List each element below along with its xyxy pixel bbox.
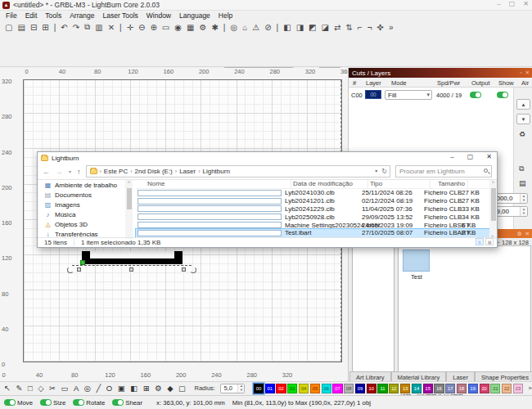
- explorer-close-button[interactable]: ✕: [486, 153, 492, 160]
- selection-handle[interactable]: [77, 267, 81, 272]
- explorer-minimize-button[interactable]: –: [450, 153, 453, 160]
- layer-mode-combo[interactable]: Fill: [385, 90, 432, 100]
- 18[interactable]: 18: [457, 384, 467, 393]
- grid-array-icon[interactable]: ⊞: [143, 384, 150, 393]
- paste-icon[interactable]: ▥: [95, 23, 102, 32]
- align-bottom-icon[interactable]: ◪: [322, 23, 329, 32]
- menu-item[interactable]: Help: [215, 11, 236, 20]
- separator[interactable]: |: [223, 23, 226, 32]
- align-top-icon[interactable]: ◩: [309, 23, 316, 32]
- 21[interactable]: 21: [490, 384, 500, 393]
- explorer-title-bar[interactable]: Lightburn – ▢ ✕: [38, 152, 497, 164]
- menu-item[interactable]: Laser Tools: [99, 11, 141, 20]
- edit-nodes-tool-icon[interactable]: ✂: [49, 384, 56, 393]
- duplicate-layer-icon[interactable]: ⧉: [519, 164, 524, 173]
- 13[interactable]: 13: [400, 384, 410, 393]
- redo-icon[interactable]: ↷: [73, 23, 79, 32]
- boolean-tool-icon[interactable]: ◧: [130, 384, 138, 393]
- transform-mode-toggle[interactable]: Move: [4, 399, 33, 407]
- sidebar-scrollbar[interactable]: ˄: [125, 180, 133, 239]
- 20[interactable]: 20: [480, 384, 489, 393]
- history-chevron-icon[interactable]: ▾: [69, 169, 71, 174]
- 00[interactable]: 00: [254, 384, 264, 393]
- menu-item[interactable]: Arrange: [66, 11, 97, 20]
- align-right-icon[interactable]: ◨: [296, 23, 304, 32]
- selection-handle[interactable]: [182, 267, 186, 272]
- breadcrumb-item[interactable]: Laser: [179, 168, 196, 175]
- file-column-header[interactable]: Nome: [136, 180, 291, 188]
- open-file-icon[interactable]: ▤: [17, 23, 25, 32]
- menu-item[interactable]: Edit: [22, 11, 41, 20]
- undo-icon[interactable]: ↶: [61, 23, 67, 32]
- palette-overflow-chevrons[interactable]: »: [529, 384, 532, 392]
- layer-color-chip[interactable]: 00: [365, 90, 381, 99]
- 17[interactable]: 17: [445, 384, 455, 393]
- layer-show-toggle[interactable]: [497, 92, 508, 98]
- shape-tool-icon[interactable]: ◆: [167, 384, 173, 393]
- 23[interactable]: 23: [513, 384, 523, 393]
- move-laser-icon[interactable]: ✛: [127, 23, 133, 32]
- library-close-icon[interactable]: ✕: [525, 231, 530, 237]
- 09[interactable]: 09: [355, 384, 365, 393]
- optimization-gear-icon[interactable]: ⚙: [155, 384, 162, 393]
- selection-handle[interactable]: [129, 267, 133, 272]
- 06[interactable]: 06: [322, 384, 331, 393]
- 04[interactable]: 04: [299, 384, 309, 393]
- layer-down-button[interactable]: ▼: [516, 114, 530, 124]
- transform-mode-toggle[interactable]: Size: [40, 399, 65, 407]
- breadcrumb-item[interactable]: 2nd Disk (E:): [135, 168, 173, 175]
- delete-icon[interactable]: ✕: [108, 23, 115, 32]
- library-item-thumbnail[interactable]: [403, 249, 430, 272]
- line-tool-icon[interactable]: ╱: [97, 384, 101, 393]
- zoom-in-icon[interactable]: ⊕: [150, 23, 156, 32]
- mute-icon[interactable]: ⊘: [264, 23, 271, 32]
- transform-mode-toggle[interactable]: Shear: [112, 399, 142, 407]
- file-column-header[interactable]: Tamanho: [431, 180, 468, 188]
- rectangle-tool-icon[interactable]: □: [28, 384, 33, 393]
- radius-field[interactable]: 5,0▲▼: [220, 384, 245, 393]
- position-tool-icon[interactable]: ◎: [84, 384, 91, 393]
- file-row[interactable]: Lyb20241030.clb 25/11/2024 08:26 Ficheir…: [136, 189, 491, 197]
- layer-row[interactable]: C00 00 Fill 4000 / 19: [349, 89, 514, 101]
- explorer-maximize-button[interactable]: ▢: [467, 153, 474, 160]
- 14[interactable]: 14: [412, 384, 422, 393]
- distribute-h-icon[interactable]: ⇄: [334, 23, 340, 32]
- breadcrumb-item[interactable]: Este PC: [104, 168, 128, 175]
- camera-capture-icon[interactable]: ◉: [174, 23, 182, 32]
- sidebar-folder-item[interactable]: ♪ Música: [38, 209, 125, 219]
- sidebar-folder-item[interactable]: ▦ Ambiente de trabalho: [38, 180, 125, 190]
- save-icon[interactable]: ⊟: [30, 23, 37, 32]
- menu-item[interactable]: File: [2, 11, 20, 20]
- corner-br-icon[interactable]: ¬: [367, 23, 372, 32]
- text-tool-icon[interactable]: A: [74, 384, 79, 393]
- library-thumbnail-area[interactable]: Test: [398, 245, 531, 389]
- sidebar-folder-item[interactable]: ▨ Imagens: [38, 200, 125, 209]
- transform-mode-toggle[interactable]: Rotate: [73, 399, 105, 407]
- warning-icon[interactable]: ⚠: [252, 23, 259, 32]
- separator[interactable]: |: [54, 23, 56, 32]
- frame-tool-icon[interactable]: ▭: [61, 384, 68, 393]
- file-row[interactable]: Test.lbart 27/10/2025 08:07 Ficheiro LBA…: [136, 229, 491, 237]
- rounded-rect-tool-icon[interactable]: ▢: [178, 384, 186, 393]
- search-box[interactable]: Procurar em Lightburn: [395, 165, 492, 178]
- center-icon[interactable]: ✜: [376, 23, 383, 32]
- maximize-button[interactable]: ▢: [509, 0, 516, 7]
- settings-gear-icon[interactable]: ⚙: [199, 23, 206, 32]
- 01[interactable]: 01: [265, 384, 275, 393]
- 08[interactable]: 08: [344, 384, 354, 393]
- 03[interactable]: 03: [287, 384, 297, 393]
- weld-shapes-icon[interactable]: ▣: [118, 384, 125, 393]
- file-row[interactable]: Lyb20250928.clb 29/09/2025 13:52 Ficheir…: [136, 213, 491, 221]
- select-tool-icon[interactable]: ↖: [4, 384, 11, 393]
- library-folder-list[interactable]: [352, 247, 394, 388]
- menu-item[interactable]: Window: [143, 11, 174, 20]
- new-file-icon[interactable]: ▢: [5, 23, 12, 32]
- back-icon[interactable]: ←: [43, 168, 50, 176]
- user-origin-icon[interactable]: ◎: [230, 23, 237, 32]
- paste-layer-icon[interactable]: ▤: [519, 179, 526, 187]
- sidebar-folder-item[interactable]: ▤ Documentos: [38, 190, 125, 200]
- address-bar[interactable]: ›Este PC›2nd Disk (E:)›Laser›Lightburn ▾…: [86, 165, 390, 178]
- device-settings-icon[interactable]: ✱: [211, 23, 218, 32]
- panel-close-icon[interactable]: ✕: [525, 70, 530, 76]
- forward-icon[interactable]: →: [56, 168, 63, 176]
